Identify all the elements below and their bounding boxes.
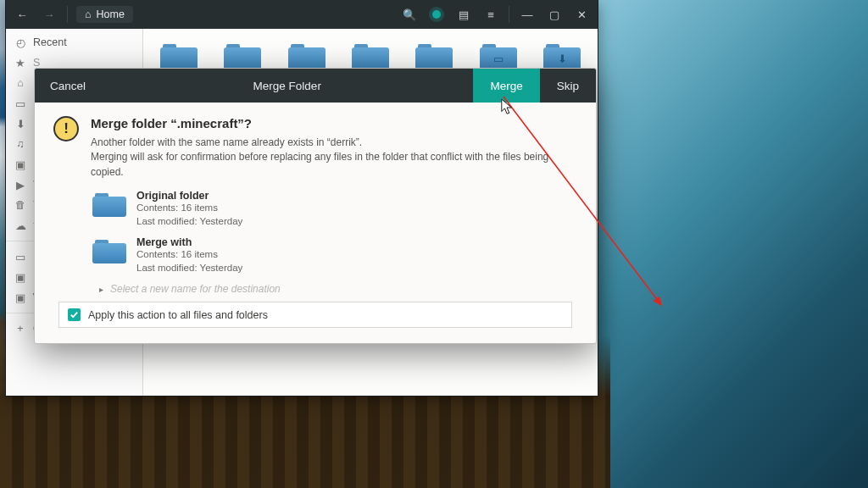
original-folder-entry: Original folder Contents: 16 items Last …	[92, 190, 577, 228]
mouse-cursor	[500, 98, 515, 117]
sidebar-item[interactable]: ◴Recent	[6, 32, 142, 53]
sidebar-icon: ▭	[14, 97, 26, 110]
maximize-button[interactable]: ▢	[545, 5, 564, 24]
sidebar-icon: ▣	[14, 158, 26, 171]
location-home[interactable]: ⌂ Home	[76, 6, 133, 23]
separator	[509, 6, 509, 23]
dialog-header: Cancel Merge Folder Merge Skip	[35, 69, 596, 103]
entry-title: Original folder	[136, 190, 242, 202]
folder-icon	[224, 41, 261, 69]
sidebar-icon: ☁	[14, 219, 26, 232]
search-button[interactable]: 🔍	[400, 5, 419, 24]
drive-icon: ▣	[14, 291, 26, 304]
skip-button[interactable]: Skip	[540, 69, 596, 103]
warning-icon: !	[53, 116, 79, 141]
folder-icon	[288, 41, 326, 69]
close-button[interactable]: ✕	[572, 5, 591, 24]
merge-button[interactable]: Merge	[473, 69, 539, 103]
sidebar-item-label: Recent	[33, 36, 67, 48]
folder-icon	[92, 190, 126, 217]
minimize-button[interactable]: —	[518, 5, 537, 24]
entry-modified: Last modified: Yesterday	[136, 262, 242, 275]
sidebar-item-label: S	[33, 57, 40, 69]
dialog-desc-2: Merging will ask for confirmation before…	[91, 150, 577, 180]
drive-icon: ▣	[14, 271, 26, 284]
folder-icon	[160, 41, 198, 69]
folder-icon: ⬇	[543, 41, 581, 69]
apply-all-label: Apply this action to all files and folde…	[88, 309, 268, 321]
rename-expander[interactable]: ▸ Select a new name for the destination	[99, 283, 577, 295]
folder-icon	[415, 41, 453, 69]
folder-icon	[92, 236, 126, 263]
maximize-icon: ▢	[549, 8, 559, 21]
apply-all-row[interactable]: Apply this action to all files and folde…	[58, 302, 572, 328]
plus-icon: +	[14, 323, 26, 335]
close-icon: ✕	[577, 8, 587, 21]
entry-title: Merge with	[136, 236, 242, 248]
home-icon: ⌂	[85, 8, 92, 20]
minimize-icon: —	[522, 8, 533, 21]
merge-with-entry: Merge with Contents: 16 items Last modif…	[92, 236, 577, 274]
wallpaper-mountains	[588, 0, 868, 488]
cancel-button[interactable]: Cancel	[35, 69, 101, 103]
forward-button[interactable]: →	[40, 5, 58, 24]
back-button[interactable]: ←	[13, 5, 31, 24]
sidebar-icon: ▶	[14, 179, 26, 191]
dialog-title: Merge Folder	[101, 80, 473, 92]
sidebar-icon: ★	[14, 57, 26, 69]
hamburger-menu[interactable]: ≡	[481, 5, 500, 24]
entry-contents: Contents: 16 items	[136, 202, 242, 215]
view-mode-button[interactable]: ▤	[454, 5, 473, 24]
sidebar-icon: ⌂	[14, 77, 26, 89]
titlebar: ← → ⌂ Home 🔍 ▤ ≡ — ▢ ✕	[6, 0, 598, 29]
sidebar-icon: ◴	[14, 36, 26, 49]
sidebar-icon: 🗑	[14, 199, 26, 211]
search-icon: 🔍	[403, 8, 416, 21]
folder-icon: ▭	[480, 41, 517, 69]
list-icon: ▤	[459, 8, 469, 21]
dialog-question: Merge folder “.minecraft”?	[91, 116, 577, 130]
chevron-right-icon: ▸	[99, 285, 103, 294]
location-label: Home	[97, 8, 125, 20]
folder-icon	[352, 41, 389, 69]
sidebar-icon: ♫	[14, 138, 26, 150]
sidebar-icon: ⬇	[14, 118, 26, 130]
rename-hint: Select a new name for the destination	[110, 283, 281, 295]
apply-all-checkbox[interactable]	[68, 308, 81, 321]
separator	[67, 6, 68, 23]
entry-modified: Last modified: Yesterday	[136, 215, 242, 229]
entry-contents: Contents: 16 items	[136, 248, 242, 262]
menu-icon: ≡	[487, 8, 494, 21]
activity-indicator	[427, 5, 446, 24]
drive-icon: ▭	[14, 251, 26, 263]
dialog-desc-1: Another folder with the same name alread…	[91, 136, 577, 150]
